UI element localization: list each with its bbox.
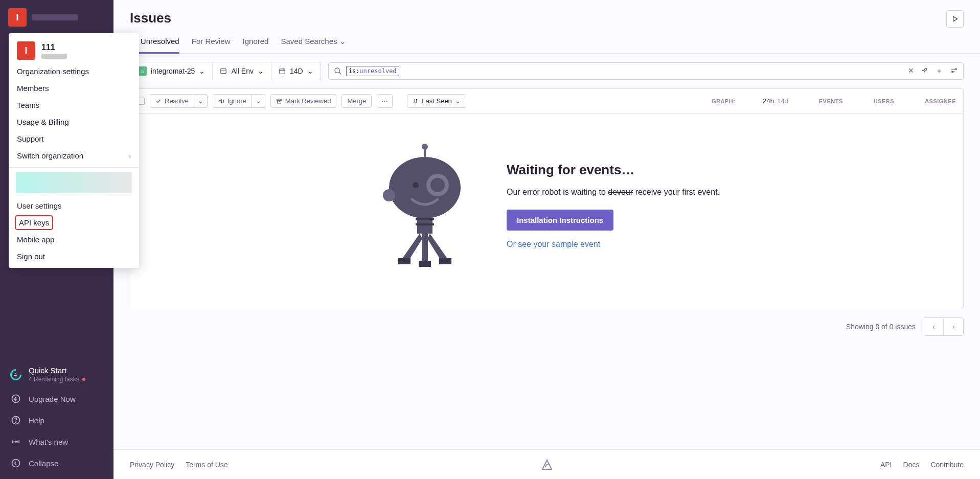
svg-rect-18 [416, 218, 434, 220]
sidebar-help[interactable]: Help [0, 409, 113, 431]
col-users-label: USERS [874, 98, 894, 104]
col-events-label: EVENTS [819, 98, 843, 104]
dropdown-api-keys[interactable]: API keys [15, 215, 53, 230]
sidebar-quick-start[interactable]: 4 Quick Start 4 Remaining tasks [0, 361, 113, 388]
main-content: Issues All Unresolved For Review Ignored… [113, 0, 980, 479]
tab-saved-searches[interactable]: Saved Searches⌄ [281, 37, 346, 53]
ignore-button[interactable]: Ignore [213, 94, 252, 108]
sort-button[interactable]: Last Seen⌄ [407, 94, 466, 108]
dropdown-switch-organization[interactable]: Switch organization› [9, 147, 139, 164]
bolt-icon [10, 393, 21, 404]
tab-for-review[interactable]: For Review [192, 37, 231, 53]
dropdown-sign-out[interactable]: Sign out [9, 248, 139, 265]
ignore-dropdown[interactable]: ⌄ [252, 94, 265, 108]
play-button[interactable] [946, 10, 964, 28]
empty-state: Waiting for events… Our error robot is w… [130, 113, 963, 308]
project-selector[interactable]: ⌂ integromat-25 ⌄ [130, 62, 213, 80]
chevron-down-icon: ⌄ [199, 67, 205, 75]
org-dropdown: I 111 Organization settings Members Team… [9, 33, 139, 268]
dropdown-support[interactable]: Support [9, 130, 139, 147]
sidebar-whatsnew[interactable]: What's new [0, 431, 113, 452]
svg-rect-22 [439, 258, 451, 264]
sidebar-collapse[interactable]: Collapse [0, 452, 113, 474]
quick-start-label: Quick Start [29, 366, 85, 375]
mute-icon [218, 98, 224, 104]
svg-point-11 [422, 144, 428, 150]
svg-rect-6 [280, 69, 285, 74]
sentry-logo-icon [541, 459, 553, 471]
tabs: All Unresolved For Review Ignored Saved … [113, 28, 980, 54]
calendar-icon [279, 67, 286, 75]
dropdown-org-avatar: I [17, 41, 35, 60]
issues-list: Resolve ⌄ Ignore ⌄ Mark Reviewed Merge ⋯… [130, 88, 964, 308]
svg-point-14 [383, 189, 395, 201]
chevron-down-icon: ⌄ [307, 67, 313, 75]
pager-next[interactable]: › [944, 318, 963, 335]
page-title: Issues [130, 10, 171, 26]
resolve-dropdown[interactable]: ⌄ [194, 94, 208, 108]
pager-prev[interactable]: ‹ [924, 318, 944, 335]
date-range-selector[interactable]: 14D ⌄ [271, 62, 321, 80]
dropdown-org-name: 111 [41, 43, 67, 52]
settings-icon[interactable] [950, 66, 958, 76]
window-icon [220, 67, 227, 75]
add-search-icon[interactable]: ＋ [936, 66, 943, 76]
svg-point-8 [955, 69, 957, 70]
footer-contribute[interactable]: Contribute [930, 461, 964, 469]
dropdown-user-settings[interactable]: User settings [9, 197, 139, 214]
chevron-down-icon: ⌄ [258, 67, 264, 75]
sidebar-upgrade[interactable]: Upgrade Now [0, 388, 113, 409]
svg-rect-20 [398, 258, 411, 264]
mark-reviewed-button[interactable]: Mark Reviewed [270, 94, 337, 108]
chevron-right-icon: › [129, 152, 131, 159]
archive-icon [276, 98, 282, 104]
env-selector[interactable]: All Env ⌄ [213, 62, 271, 80]
tab-ignored[interactable]: Ignored [243, 37, 269, 53]
more-actions-button[interactable]: ⋯ [377, 94, 393, 108]
dropdown-org-slug-placeholder [41, 54, 67, 59]
footer-api[interactable]: API [880, 461, 892, 469]
col-assignee-label: ASSIGNEE [925, 98, 956, 104]
chevron-down-icon: ⌄ [339, 37, 346, 45]
search-token[interactable]: is:unresolved [346, 66, 399, 76]
svg-point-7 [335, 68, 339, 73]
footer-privacy[interactable]: Privacy Policy [130, 461, 174, 469]
collapse-icon [10, 458, 21, 469]
time-24h[interactable]: 24h [763, 97, 774, 105]
dropdown-teams[interactable]: Teams [9, 97, 139, 113]
svg-point-15 [413, 182, 419, 188]
time-14d[interactable]: 14d [777, 97, 788, 105]
svg-rect-10 [277, 99, 281, 101]
dropdown-user-placeholder [16, 172, 132, 193]
col-graph-label: GRAPH: [712, 98, 735, 104]
dropdown-org-header[interactable]: I 111 [9, 36, 139, 63]
dropdown-members[interactable]: Members [9, 80, 139, 97]
dropdown-organization-settings[interactable]: Organization settings [9, 63, 139, 80]
footer-terms[interactable]: Terms of Use [186, 461, 227, 469]
dropdown-usage-billing[interactable]: Usage & Billing [9, 113, 139, 130]
dropdown-divider [9, 167, 139, 168]
empty-description: Our error robot is waiting to devour rec… [507, 186, 720, 198]
installation-instructions-button[interactable]: Installation Instructions [507, 210, 613, 231]
help-icon [10, 415, 21, 426]
pin-icon[interactable] [921, 66, 928, 76]
robot-illustration [374, 139, 476, 272]
svg-rect-21 [419, 261, 431, 267]
empty-heading: Waiting for events… [507, 162, 720, 178]
org-avatar: I [8, 8, 27, 27]
progress-ring-icon: 4 [8, 367, 24, 382]
org-name-placeholder [32, 14, 78, 20]
org-switcher[interactable]: I [0, 0, 113, 35]
search-bar[interactable]: is:unresolved ✕ ＋ [328, 62, 964, 80]
dropdown-mobile-app[interactable]: Mobile app [9, 231, 139, 248]
merge-button[interactable]: Merge [341, 94, 372, 108]
footer-docs[interactable]: Docs [903, 461, 920, 469]
svg-point-13 [389, 157, 461, 218]
resolve-button[interactable]: Resolve [150, 94, 194, 108]
sample-event-link[interactable]: Or see your sample event [507, 240, 720, 249]
svg-point-3 [15, 441, 17, 443]
pager-summary: Showing 0 of 0 issues [846, 323, 916, 331]
quick-start-sub: 4 Remaining tasks [29, 376, 85, 383]
svg-point-4 [12, 460, 20, 467]
clear-search-icon[interactable]: ✕ [908, 66, 914, 76]
